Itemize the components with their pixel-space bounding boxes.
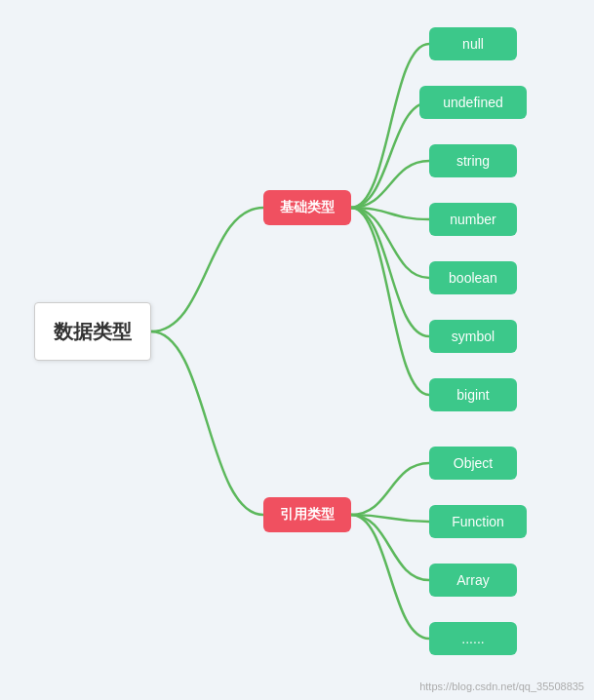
leaf-boolean: boolean <box>429 261 517 294</box>
root-node: 数据类型 <box>34 302 151 361</box>
leaf-undefined: undefined <box>419 86 527 119</box>
leaf-number: number <box>429 203 517 236</box>
leaf-symbol: symbol <box>429 320 517 353</box>
ref-label: 引用类型 <box>280 506 335 524</box>
leaf-array: Array <box>429 564 517 597</box>
watermark: https://blog.csdn.net/qq_35508835 <box>419 681 584 692</box>
root-label: 数据类型 <box>54 319 132 345</box>
leaf-bigint: bigint <box>429 378 517 411</box>
leaf-function: Function <box>429 505 527 538</box>
mid-node-ref: 引用类型 <box>263 497 351 532</box>
basic-label: 基础类型 <box>280 199 335 216</box>
leaf-etc: ...... <box>429 622 517 655</box>
mind-map-container: 数据类型 基础类型 引用类型 null undefined string num… <box>0 0 594 700</box>
leaf-null: null <box>429 27 517 60</box>
leaf-string: string <box>429 144 517 177</box>
leaf-object: Object <box>429 447 517 480</box>
mid-node-basic: 基础类型 <box>263 190 351 225</box>
